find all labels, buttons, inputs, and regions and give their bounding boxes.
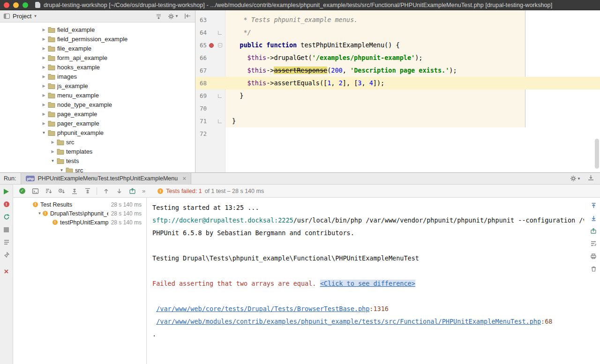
chevron-right-icon[interactable]: ▶: [40, 74, 47, 79]
collapse-all-icon[interactable]: [82, 186, 93, 196]
project-tree-item[interactable]: ▶images: [0, 72, 195, 81]
project-panel-title[interactable]: Project: [13, 13, 31, 20]
test-tree-item[interactable]: !Test Results28 s 140 ms: [13, 200, 146, 209]
minimize-window-button[interactable]: [13, 2, 19, 8]
project-tree-item[interactable]: ▼phpunit_example: [0, 128, 195, 137]
toggle-auto-test-icon[interactable]: [3, 214, 10, 220]
code-line[interactable]: [225, 102, 232, 115]
code-line[interactable]: }: [225, 89, 243, 102]
project-tree-item[interactable]: ▶form_api_example: [0, 53, 195, 62]
chevron-down-icon[interactable]: ▼: [49, 159, 56, 163]
gear-icon[interactable]: ▼: [570, 175, 581, 182]
project-tree-item[interactable]: ▶node_type_example: [0, 100, 195, 109]
zoom-window-button[interactable]: [22, 2, 28, 8]
test-tree-item[interactable]: ▼!Drupal\Tests\phpunit_ex...28 s 140 ms: [13, 209, 146, 218]
run-tab[interactable]: php PHPUnitExampleMenuTest.testPhpUnitEx…: [21, 173, 191, 184]
chevron-right-icon[interactable]: ▶: [40, 103, 47, 107]
chevron-down-icon[interactable]: ▼: [33, 14, 37, 18]
chevron-right-icon[interactable]: ▶: [40, 93, 47, 97]
code-line-row[interactable]: 70: [195, 102, 600, 115]
fold-end-icon[interactable]: [218, 119, 222, 123]
chevron-down-icon[interactable]: ▼: [37, 211, 43, 215]
code-line[interactable]: * Tests phpunit_example menus.: [225, 14, 358, 26]
code-line-row[interactable]: 68 $this->assertEquals([1, 2], [3, 4]);: [195, 77, 600, 89]
gear-icon[interactable]: ▼: [168, 13, 179, 20]
scroll-down-icon[interactable]: [590, 215, 597, 222]
project-tree-item[interactable]: ▶pager_example: [0, 119, 195, 128]
stacktrace-link[interactable]: /var/www/web/modules/contrib/examples/ph…: [156, 318, 541, 325]
export-icon[interactable]: [590, 228, 597, 234]
minimize-panel-icon[interactable]: [587, 174, 594, 183]
chevron-right-icon[interactable]: ▶: [40, 56, 47, 60]
chevron-right-icon[interactable]: ▶: [40, 112, 47, 116]
project-tree-item[interactable]: ▶field_example: [0, 25, 195, 34]
soft-wrap-icon[interactable]: [590, 240, 597, 247]
project-tree-item[interactable]: ▼tests: [0, 156, 195, 165]
code-line[interactable]: [225, 127, 232, 140]
code-line[interactable]: */: [225, 26, 251, 39]
code-line[interactable]: $this->assertEquals([1, 2], [3, 4]);: [225, 77, 384, 89]
code-line-row[interactable]: 69 }: [195, 89, 600, 102]
chevron-right-icon[interactable]: ▶: [40, 65, 47, 69]
project-tree-item[interactable]: ▼src: [0, 165, 195, 172]
fold-end-icon[interactable]: [218, 31, 222, 35]
code-line-row[interactable]: 71}: [195, 115, 600, 127]
code-line-row[interactable]: 66 $this->drupalGet('/examples/phpunit-e…: [195, 52, 600, 64]
code-editor[interactable]: 63 * Tests phpunit_example menus.64 */65…: [195, 10, 600, 172]
stacktrace-link[interactable]: /var/www/web/core/tests/Drupal/Tests/Bro…: [156, 305, 369, 312]
project-tree-item[interactable]: ▶file_example: [0, 44, 195, 53]
test-failed-gutter-icon[interactable]: [209, 43, 214, 48]
code-line[interactable]: public function testPhpUnitExampleMenu()…: [225, 39, 400, 52]
chevron-right-icon[interactable]: ▶: [40, 84, 47, 88]
project-tree-item[interactable]: ▶menu_example: [0, 90, 195, 100]
editor-scrollbar[interactable]: [595, 139, 599, 169]
diff-link[interactable]: <Click to see difference>: [320, 280, 415, 287]
code-line-row[interactable]: 65− public function testPhpUnitExampleMe…: [195, 39, 600, 52]
code-line-row[interactable]: 64 */: [195, 26, 600, 39]
chevron-right-icon[interactable]: ▶: [40, 121, 47, 126]
clear-console-icon[interactable]: [590, 266, 597, 272]
code-line[interactable]: $this->drupalGet('/examples/phpunit-exam…: [225, 52, 422, 64]
hide-panel-icon[interactable]: [184, 13, 191, 20]
chevron-right-icon[interactable]: ▶: [40, 37, 47, 41]
project-tree-item[interactable]: ▶page_example: [0, 109, 195, 119]
project-tree-item[interactable]: ▶hooks_example: [0, 62, 195, 72]
chevron-right-icon[interactable]: ▶: [49, 140, 56, 144]
rerun-button[interactable]: [3, 188, 10, 195]
export-test-results-icon[interactable]: [127, 186, 137, 196]
hide-passed-icon[interactable]: ✓: [17, 186, 27, 196]
scroll-up-icon[interactable]: [590, 202, 597, 209]
code-line[interactable]: $this->assertResponse(200, 'Description …: [225, 64, 457, 77]
project-tree-item[interactable]: ▶field_permission_example: [0, 34, 195, 44]
more-actions-icon[interactable]: »: [140, 187, 147, 194]
next-occurrence-icon[interactable]: [114, 186, 124, 196]
chevron-right-icon[interactable]: ▶: [40, 28, 47, 32]
close-panel-button[interactable]: ×: [3, 268, 10, 275]
code-line-row[interactable]: 63 * Tests phpunit_example menus.: [195, 14, 600, 26]
code-line-row[interactable]: 67 $this->assertResponse(200, 'Descripti…: [195, 64, 600, 77]
code-line-row[interactable]: 72: [195, 127, 600, 140]
test-tree-item[interactable]: !testPhpUnitExampleM...28 s 140 ms: [13, 218, 146, 227]
pin-tab-icon[interactable]: [3, 252, 10, 258]
sort-alphabetically-icon[interactable]: [43, 186, 53, 196]
fold-collapse-icon[interactable]: −: [218, 43, 222, 47]
code-line[interactable]: }: [225, 115, 236, 127]
print-icon[interactable]: [590, 253, 597, 260]
chevron-down-icon[interactable]: ▼: [58, 168, 65, 172]
sort-by-duration-icon[interactable]: [56, 186, 67, 196]
close-tab-icon[interactable]: ×: [182, 175, 186, 182]
project-tree-item[interactable]: ▶templates: [0, 147, 195, 156]
close-window-button[interactable]: [4, 2, 9, 8]
show-console-icon[interactable]: [30, 186, 40, 196]
chevron-down-icon[interactable]: ▼: [40, 131, 47, 135]
chevron-right-icon[interactable]: ▶: [40, 46, 47, 51]
project-tree-item[interactable]: ▶src: [0, 137, 195, 147]
test-history-icon[interactable]: [3, 239, 10, 245]
previous-occurrence-icon[interactable]: [101, 186, 111, 196]
expand-all-icon[interactable]: [69, 186, 80, 196]
fold-end-icon[interactable]: [218, 94, 222, 98]
rerun-failed-tests-button[interactable]: !: [3, 201, 10, 208]
test-console[interactable]: Testing started at 13:25 ...sftp://docke…: [147, 198, 600, 364]
chevron-right-icon[interactable]: ▶: [49, 149, 56, 154]
project-tree-item[interactable]: ▶js_example: [0, 81, 195, 90]
